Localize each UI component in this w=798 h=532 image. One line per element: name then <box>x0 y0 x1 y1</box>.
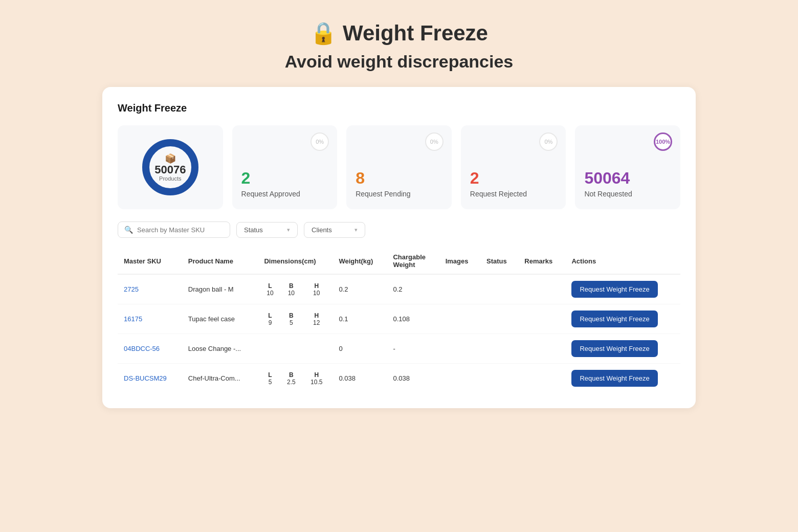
request-freeze-button[interactable]: Request Weight Freeze <box>571 281 657 298</box>
sku-link[interactable]: DS-BUCSM29 <box>124 374 167 382</box>
stat-not-requested: 100% 50064 Not Requested <box>575 125 680 209</box>
stat-approved: 0% 2 Request Approved <box>232 125 338 209</box>
cell-dim-b <box>278 334 301 364</box>
cell-dim-h: H10.5 <box>300 364 332 393</box>
lock-icon: 🔒 <box>310 20 337 46</box>
cell-weight: 0.1 <box>332 304 387 334</box>
stat-approved-number: 2 <box>241 169 251 188</box>
cell-actions: Request Weight Freeze <box>565 334 680 364</box>
donut-number: 50076 <box>154 164 186 175</box>
chevron-down-icon: ▾ <box>287 227 290 233</box>
cell-actions: Request Weight Freeze <box>565 304 680 334</box>
stat-not-requested-percent: 100% <box>654 132 672 151</box>
panel-title: Weight Freeze <box>118 102 680 114</box>
filters-row: 🔍 Status ▾ Clients ▾ <box>118 221 680 238</box>
search-icon: 🔍 <box>124 226 133 234</box>
cell-remarks <box>518 334 565 364</box>
page-title: Weight Freeze <box>343 21 488 46</box>
cell-sku[interactable]: 2725 <box>118 274 182 304</box>
cell-weight: 0 <box>332 334 387 364</box>
clients-filter-label: Clients <box>312 226 332 234</box>
clients-filter[interactable]: Clients ▾ <box>304 222 365 238</box>
cell-sku[interactable]: DS-BUCSM29 <box>118 364 182 393</box>
cell-name: Loose Change -... <box>182 334 258 364</box>
donut-icon: 📦 <box>154 153 186 164</box>
cell-status <box>480 274 518 304</box>
cell-remarks <box>518 274 565 304</box>
cell-sku[interactable]: 04BDCC-56 <box>118 334 182 364</box>
col-actions: Actions <box>565 248 680 274</box>
table-row: 04BDCC-56 Loose Change -... 0 - Request … <box>118 334 680 364</box>
search-box[interactable]: 🔍 <box>118 221 230 238</box>
cell-dim-h: H10 <box>300 274 332 304</box>
request-freeze-button[interactable]: Request Weight Freeze <box>571 370 657 387</box>
stat-pending-percent: 0% <box>425 132 444 151</box>
cell-chargable: - <box>387 334 439 364</box>
cell-dim-h: H12 <box>300 304 332 334</box>
cell-actions: Request Weight Freeze <box>565 364 680 393</box>
request-freeze-button[interactable]: Request Weight Freeze <box>571 311 657 327</box>
status-filter-label: Status <box>244 226 263 234</box>
search-input[interactable] <box>137 226 224 234</box>
table-row: 16175 Tupac feel case L9 B5 H12 0.1 0.10… <box>118 304 680 334</box>
stat-rejected: 0% 2 Request Rejected <box>461 125 566 209</box>
products-table: Master SKU Product Name Dimensions(cm) W… <box>118 248 680 393</box>
stat-rejected-percent: 0% <box>539 132 558 151</box>
sku-link[interactable]: 2725 <box>124 285 139 293</box>
cell-remarks <box>518 304 565 334</box>
chevron-down-icon: ▾ <box>354 227 358 233</box>
col-status: Status <box>480 248 518 274</box>
cell-actions: Request Weight Freeze <box>565 274 680 304</box>
cell-status <box>480 364 518 393</box>
col-remarks: Remarks <box>518 248 565 274</box>
cell-weight: 0.2 <box>332 274 387 304</box>
cell-dim-l: L9 <box>258 304 278 334</box>
sku-link[interactable]: 04BDCC-56 <box>124 345 160 352</box>
status-filter[interactable]: Status ▾ <box>236 222 298 238</box>
cell-chargable: 0.038 <box>387 364 439 393</box>
cell-name: Chef-Ultra-Com... <box>182 364 258 393</box>
table-header-row: Master SKU Product Name Dimensions(cm) W… <box>118 248 680 274</box>
cell-dim-b: B10 <box>278 274 301 304</box>
cell-dim-l: L10 <box>258 274 278 304</box>
stat-approved-percent: 0% <box>311 132 329 151</box>
main-panel: Weight Freeze 📦 50076 Products 0% 2 Requ… <box>102 87 696 408</box>
cell-name: Dragon ball - M <box>182 274 258 304</box>
cell-images <box>439 274 480 304</box>
col-weight: Weight(kg) <box>332 248 387 274</box>
col-images: Images <box>439 248 480 274</box>
stat-approved-label: Request Approved <box>241 190 300 198</box>
page-subtitle: Avoid weight discrepancies <box>285 52 514 72</box>
cell-sku[interactable]: 16175 <box>118 304 182 334</box>
cell-status <box>480 304 518 334</box>
stat-not-requested-number: 50064 <box>584 169 630 188</box>
stat-pending: 0% 8 Request Pending <box>346 125 452 209</box>
donut-center: 📦 50076 Products <box>154 153 186 182</box>
donut-label: Products <box>154 175 186 182</box>
cell-images <box>439 304 480 334</box>
cell-images <box>439 334 480 364</box>
cell-status <box>480 334 518 364</box>
cell-dim-l: L5 <box>258 364 278 393</box>
sku-link[interactable]: 16175 <box>124 315 142 323</box>
stat-pending-number: 8 <box>356 169 365 188</box>
col-name: Product Name <box>182 248 258 274</box>
stat-rejected-label: Request Rejected <box>470 190 527 198</box>
col-chargable: ChargableWeight <box>387 248 439 274</box>
stat-total-products: 📦 50076 Products <box>118 125 223 209</box>
stat-pending-label: Request Pending <box>356 190 410 198</box>
cell-weight: 0.038 <box>332 364 387 393</box>
cell-remarks <box>518 364 565 393</box>
title-row: 🔒 Weight Freeze <box>285 20 514 46</box>
cell-dim-b: B5 <box>278 304 301 334</box>
col-dims: Dimensions(cm) <box>258 248 332 274</box>
table-row: DS-BUCSM29 Chef-Ultra-Com... L5 B2.5 H10… <box>118 364 680 393</box>
cell-dim-b: B2.5 <box>278 364 301 393</box>
cell-images <box>439 364 480 393</box>
cell-dim-l <box>258 334 278 364</box>
cell-chargable: 0.2 <box>387 274 439 304</box>
cell-chargable: 0.108 <box>387 304 439 334</box>
table-row: 2725 Dragon ball - M L10 B10 H10 0.2 0.2… <box>118 274 680 304</box>
request-freeze-button[interactable]: Request Weight Freeze <box>571 340 657 357</box>
stat-not-requested-label: Not Requested <box>584 190 632 198</box>
